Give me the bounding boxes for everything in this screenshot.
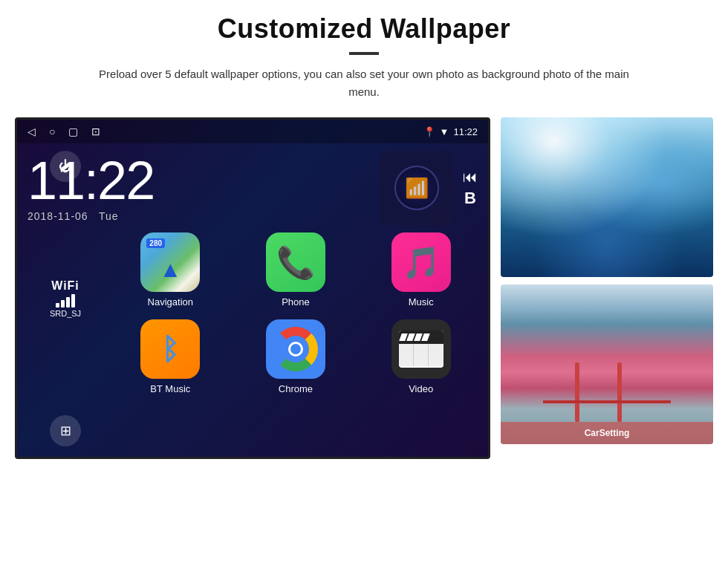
video-label: Video — [409, 383, 433, 394]
phone-label: Phone — [282, 296, 310, 307]
wifi-bars — [56, 294, 75, 307]
music-label: Music — [409, 296, 434, 307]
content-area: ◁ ○ ▢ ⊡ 📍 ▼ 11:22 11:22 2018-11-06 — [15, 117, 713, 459]
app-chrome[interactable]: Chrome — [239, 319, 353, 394]
clock-right: 📶 ⏮ B — [380, 151, 478, 225]
wifi-network-name: SRD_SJ — [50, 309, 81, 318]
wallpaper-panel: CarSetting — [501, 117, 713, 444]
wallpaper-golden-gate[interactable]: CarSetting — [501, 284, 713, 444]
status-time: 11:22 — [453, 126, 478, 137]
wifi-bar-2 — [61, 300, 65, 307]
clapboard-body — [399, 344, 443, 366]
page-description: Preload over 5 default wallpaper options… — [97, 65, 631, 101]
bluetooth-icon: ᛒ — [161, 333, 179, 366]
wifi-bar-3 — [66, 297, 70, 307]
media-icon: 📶 — [394, 166, 439, 210]
chrome-center — [288, 342, 303, 357]
signal-waves-icon: 📶 — [405, 177, 429, 200]
app-phone[interactable]: 📞 Phone — [239, 232, 353, 307]
clapboard-col-3 — [429, 344, 443, 366]
media-controls: ⏮ B — [463, 169, 478, 208]
carsetting-label: CarSetting — [585, 428, 630, 438]
app-video[interactable]: Video — [364, 319, 478, 394]
screenshot-icon[interactable]: ⊡ — [91, 126, 100, 137]
wallpaper-ice-cave[interactable] — [501, 117, 713, 277]
golden-gate-visual — [501, 284, 713, 444]
media-title-label: B — [464, 189, 476, 208]
music-icon: 🎵 — [391, 232, 451, 292]
prev-track-button[interactable]: ⏮ — [463, 169, 478, 186]
app-btmusic[interactable]: ᛒ BT Music — [114, 319, 227, 394]
status-bar: ◁ ○ ▢ ⊡ 📍 ▼ 11:22 — [17, 120, 488, 143]
android-screen: ◁ ○ ▢ ⊡ 📍 ▼ 11:22 11:22 2018-11-06 — [15, 117, 490, 459]
clapboard-col-2 — [414, 344, 429, 366]
status-bar-left: ◁ ○ ▢ ⊡ — [27, 126, 100, 137]
wifi-label: WiFi — [51, 279, 79, 293]
wifi-widget: WiFi SRD_SJ — [17, 279, 114, 318]
navigation-label: Navigation — [148, 296, 193, 307]
page-wrapper: Customized Wallpaper Preload over 5 defa… — [0, 0, 728, 563]
grid-icon: ⊞ — [60, 423, 71, 439]
carsetting-bar: CarSetting — [501, 422, 713, 444]
btmusic-label: BT Music — [150, 383, 190, 394]
bridge-tower-left — [575, 362, 579, 422]
media-widget: 📶 — [380, 151, 454, 225]
wifi-bar-1 — [56, 303, 59, 307]
page-title: Customized Wallpaper — [218, 13, 511, 45]
phone-icon: 📞 — [266, 232, 325, 292]
back-nav-icon[interactable]: ◁ — [27, 126, 36, 137]
power-button[interactable]: ⏻ — [50, 151, 81, 182]
clapboard — [399, 331, 443, 368]
sidebar-left: ⏻ WiFi SRD_SJ ⊞ — [17, 143, 114, 457]
recents-nav-icon[interactable]: ▢ — [68, 126, 78, 137]
bridge-tower-right — [617, 362, 622, 422]
btmusic-icon: ᛒ — [140, 319, 200, 379]
power-icon: ⏻ — [59, 159, 72, 175]
app-music[interactable]: 🎵 Music — [364, 232, 478, 307]
bridge-deck — [543, 400, 671, 403]
video-icon — [391, 319, 451, 379]
ice-cave-visual — [501, 117, 713, 277]
clapboard-stripe-4 — [421, 333, 430, 341]
all-apps-button[interactable]: ⊞ — [50, 415, 81, 446]
chrome-label: Chrome — [279, 383, 313, 394]
location-icon: 📍 — [423, 126, 435, 137]
nav-badge: 280 — [146, 238, 165, 248]
clapboard-col-1 — [399, 344, 414, 366]
status-bar-right: 📍 ▼ 11:22 — [423, 126, 478, 137]
app-navigation[interactable]: 280 ▲ Navigation — [114, 232, 227, 307]
navigation-icon: 280 ▲ — [140, 232, 200, 292]
title-divider — [349, 52, 379, 55]
clapboard-top — [399, 331, 443, 344]
signal-icon: ▼ — [440, 126, 449, 137]
wifi-bar-4 — [71, 294, 75, 307]
chrome-icon — [266, 319, 325, 379]
home-nav-icon[interactable]: ○ — [49, 126, 55, 137]
chrome-ring — [273, 327, 318, 371]
